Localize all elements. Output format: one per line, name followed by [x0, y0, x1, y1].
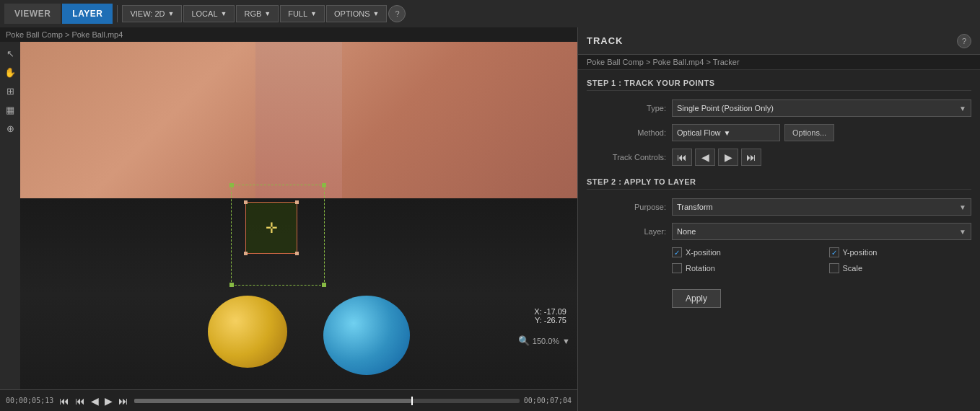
viewer-breadcrumb: Poke Ball Comp > Poke Ball.mp4 [0, 27, 577, 42]
rewind-button[interactable]: ⏮ [58, 394, 71, 408]
layer-row: Layer: None ▼ [587, 223, 971, 240]
viewer-help-button[interactable]: ? [388, 5, 406, 22]
rotation-checkbox-item: Rotation [672, 263, 815, 273]
right-panel: TRACK ? Poke Ball Comp > Poke Ball.mp4 >… [577, 27, 980, 411]
apply-row: Apply [672, 280, 971, 308]
type-dropdown[interactable]: Single Point (Position Only) ▼ [672, 100, 971, 117]
x-coord: X: -17.09 [534, 307, 566, 316]
main-content: Poke Ball Comp > Poke Ball.mp4 ↖ ✋ ⊞ ▦ ⊕ [0, 27, 980, 411]
scale-checkbox-item: Scale [829, 263, 972, 273]
x-value: -17.09 [544, 307, 566, 316]
timeline-end-time: 00;00;07;04 [524, 397, 572, 405]
y-position-checkbox-item: Y-position [829, 247, 972, 257]
scale-label: Scale [843, 264, 863, 273]
y-coord: Y: -26.75 [534, 316, 566, 324]
type-row: Type: Single Point (Position Only) ▼ [587, 100, 971, 117]
inner-corner-br[interactable] [295, 252, 299, 255]
coordinates-overlay: X: -17.09 Y: -26.75 [534, 307, 566, 324]
purpose-dropdown[interactable]: Transform ▼ [672, 198, 971, 216]
full-dropdown[interactable]: FULL ▼ [280, 5, 325, 22]
view-dropdown[interactable]: VIEW: 2D ▼ [122, 5, 182, 22]
corner-handle-tr[interactable] [322, 183, 326, 187]
options-button[interactable]: Options... [784, 124, 834, 141]
zoom-arrow-icon[interactable]: ▼ [562, 337, 570, 345]
options-dropdown-arrow: ▼ [373, 10, 380, 17]
timeline-cursor [411, 397, 413, 405]
timeline-bar: 00;00;05;13 ⏮ ⏮ ◀ ▶ ⏭ 00;00;07;04 [0, 389, 577, 411]
track-step-fwd-button[interactable]: ⏭ [741, 149, 761, 166]
zoom-value: 150.0% [533, 337, 559, 345]
rotation-checkbox[interactable] [672, 263, 682, 273]
play-button[interactable]: ▶ [103, 394, 114, 408]
full-dropdown-arrow: ▼ [310, 10, 317, 17]
inner-corner-tr[interactable] [295, 200, 299, 204]
layer-label: Layer: [587, 227, 666, 236]
right-top-bar: TRACK ? [578, 27, 980, 55]
x-label: X: [534, 307, 541, 316]
step-back-button[interactable]: ⏮ [74, 394, 87, 408]
corner-handle-bl[interactable] [229, 283, 234, 287]
method-label: Method: [587, 128, 666, 137]
purpose-dropdown-arrow: ▼ [959, 203, 966, 211]
crosshair-icon: ✛ [266, 219, 278, 237]
purpose-label: Purpose: [587, 203, 666, 211]
local-dropdown[interactable]: LOCAL ▼ [183, 5, 235, 22]
step2-header: STEP 2 : APPLY TO LAYER [587, 177, 971, 190]
inner-corner-tl[interactable] [244, 200, 248, 204]
viewer-tab[interactable]: VIEWER [4, 4, 61, 24]
rgb-dropdown-arrow: ▼ [264, 10, 271, 17]
y-value: -26.75 [544, 316, 566, 324]
frame-back-button[interactable]: ◀ [89, 394, 100, 408]
options-dropdown[interactable]: OPTIONS ▼ [326, 5, 387, 22]
view-dropdown-arrow: ▼ [168, 10, 175, 17]
corner-handle-br[interactable] [322, 283, 326, 287]
frame-fwd-button[interactable]: ⏭ [117, 394, 130, 408]
method-dropdown[interactable]: Optical Flow ▼ [672, 124, 780, 141]
track-controls-label: Track Controls: [587, 153, 666, 162]
layer-tab[interactable]: LAYER [62, 4, 113, 24]
method-dropdown-arrow: ▼ [724, 129, 731, 137]
track-controls-row: Track Controls: ⏮ ◀ ▶ ⏭ [587, 149, 971, 166]
track-step-back-button[interactable]: ◀ [695, 149, 715, 166]
purpose-value: Transform [677, 203, 713, 211]
type-dropdown-arrow: ▼ [959, 105, 966, 112]
pokeball-yellow [208, 296, 287, 368]
corner-handle-tl[interactable] [229, 183, 234, 187]
track-play-button[interactable]: ▶ [718, 149, 738, 166]
track-control-buttons: ⏮ ◀ ▶ ⏭ [672, 149, 761, 166]
right-content: STEP 1 : TRACK YOUR POINTS Type: Single … [578, 70, 980, 411]
section2: STEP 2 : APPLY TO LAYER Purpose: Transfo… [587, 177, 971, 308]
video-frame: ✛ X: -17.09 Y: -26.75 [0, 42, 577, 389]
step1-header: STEP 1 : TRACK YOUR POINTS [587, 79, 971, 91]
method-value: Optical Flow [677, 128, 721, 137]
apply-button[interactable]: Apply [672, 289, 721, 308]
layer-dropdown[interactable]: None ▼ [672, 223, 971, 240]
track-breadcrumb: Poke Ball Comp > Poke Ball.mp4 > Tracker [578, 55, 980, 70]
track-help-button[interactable]: ? [957, 34, 971, 48]
track-rewind-button[interactable]: ⏮ [672, 149, 692, 166]
divider [117, 5, 118, 22]
x-position-checkbox[interactable] [672, 247, 682, 257]
zoom-icon: 🔍 [518, 335, 530, 346]
method-controls: Optical Flow ▼ Options... [672, 124, 834, 141]
rgb-dropdown[interactable]: RGB ▼ [236, 5, 279, 22]
playback-controls: ⏮ ⏮ ◀ ▶ ⏭ [58, 394, 130, 408]
scale-checkbox[interactable] [829, 263, 839, 273]
viewer-area: ↖ ✋ ⊞ ▦ ⊕ [0, 42, 577, 389]
y-position-label: Y-position [843, 248, 878, 257]
layer-dropdown-arrow: ▼ [959, 228, 966, 236]
timeline-progress [134, 399, 411, 403]
local-dropdown-arrow: ▼ [221, 10, 227, 17]
inner-tracking-box: ✛ [245, 202, 297, 254]
top-bar: VIEWER LAYER VIEW: 2D ▼ LOCAL ▼ RGB ▼ FU… [0, 0, 980, 27]
track-panel-title: TRACK [587, 35, 624, 46]
type-value: Single Point (Position Only) [677, 104, 774, 112]
pokeball-blue [323, 296, 410, 375]
timeline-start-time: 00;00;05;13 [6, 397, 53, 405]
layer-value: None [677, 227, 696, 236]
method-row: Method: Optical Flow ▼ Options... [587, 124, 971, 141]
y-position-checkbox[interactable] [829, 247, 839, 257]
rotation-label: Rotation [686, 264, 715, 273]
timeline-track[interactable] [134, 399, 520, 403]
inner-corner-bl[interactable] [244, 252, 248, 255]
